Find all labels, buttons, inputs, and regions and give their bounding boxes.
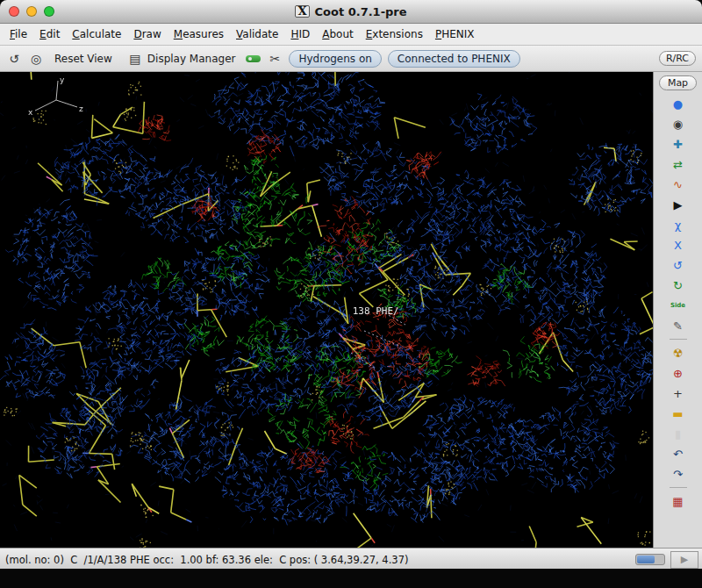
menu-file[interactable]: File (4, 25, 33, 43)
rrc-button[interactable]: R/RC (659, 51, 696, 66)
add-terminal-residue-icon: ⊕ (673, 368, 683, 379)
edit-chi-angles-icon[interactable]: χ (667, 215, 690, 234)
rotamers-icon[interactable]: ▶ (667, 195, 690, 214)
scissors-icon[interactable]: ✂ (267, 52, 283, 66)
regularize-icon: ◉ (673, 118, 683, 130)
menu-hid[interactable]: HID (284, 25, 316, 43)
phenix-status-button[interactable]: Connected to PHENIX (388, 50, 520, 68)
statusbar: (mol. no: 0) C /1/A/138 PHE occ: 1.00 bf… (0, 548, 702, 569)
flip-peptide-icon[interactable]: ↺ (667, 255, 690, 275)
titlebar[interactable]: X Coot 0.7.1-pre (0, 0, 702, 24)
horizontal-scrollbar[interactable] (635, 554, 665, 565)
rigid-body-fit-icon: ✚ (673, 139, 683, 150)
clear-pending-icon[interactable]: ▬ (667, 404, 690, 423)
scrollbar-thumb[interactable] (637, 556, 655, 563)
redo-icon: ↷ (673, 469, 683, 480)
add-alt-conf-icon: + (673, 388, 683, 399)
key-icon[interactable] (246, 55, 261, 62)
auto-fit-rotamer-icon[interactable]: ∿ (667, 175, 690, 194)
scene-image-icon: ▦ (672, 496, 683, 507)
delete-item-icon[interactable]: ▮ (667, 424, 690, 443)
graphics-viewport[interactable]: x y z 138 PHE/ (0, 72, 653, 548)
modelling-icons: ●◉✚⇄∿▶χX↺↻Side✎☢⊕+▬▮↶↷▦ (667, 94, 690, 511)
modelling-toolbar: Map ●◉✚⇄∿▶χX↺↻Side✎☢⊕+▬▮↶↷▦ (653, 72, 702, 548)
axis-x-label: x (28, 108, 33, 117)
edit-chi-angles-icon: χ (675, 219, 682, 231)
undo-icon[interactable]: ↶ (667, 444, 690, 463)
undo-icon: ↶ (673, 448, 683, 460)
axes-widget: x y z (26, 75, 88, 125)
run-refmac-icon: ☢ (673, 348, 684, 359)
real-space-refine-icon[interactable]: ● (667, 94, 690, 113)
statusbar-expander[interactable]: ▶ (670, 551, 698, 569)
rotate-translate-icon[interactable]: ⇄ (667, 154, 690, 174)
record-icon[interactable]: ◎ (28, 52, 44, 66)
menu-edit[interactable]: Edit (33, 25, 66, 43)
toolbar-separator (670, 487, 687, 488)
side-chain-180-icon: ↻ (673, 280, 683, 291)
menu-measures[interactable]: Measures (168, 25, 230, 43)
main-area: x y z 138 PHE/ Map ●◉✚⇄∿▶χX↺↻Side✎☢⊕+▬▮↶… (0, 72, 702, 548)
reset-view-button[interactable]: Reset View (50, 51, 117, 67)
menu-draw[interactable]: Draw (127, 25, 167, 43)
menu-phenix[interactable]: PHENIX (429, 25, 481, 43)
recenter-icon[interactable]: ↺ (6, 52, 22, 66)
title-area: X Coot 0.7.1-pre (0, 0, 702, 23)
window-controls (0, 6, 54, 17)
zoom-button[interactable] (44, 6, 54, 17)
atom-label: 138 PHE/ (353, 305, 399, 317)
hydrogens-toggle-button[interactable]: Hydrogens on (289, 50, 381, 68)
side-chain-label-icon[interactable]: Side (667, 296, 690, 315)
flip-peptide-icon: ↺ (673, 260, 683, 271)
minimize-button[interactable] (26, 6, 37, 17)
close-button[interactable] (9, 6, 19, 17)
coot-window: X Coot 0.7.1-pre FileEditCalculateDrawMe… (0, 0, 702, 569)
side-chain-180-icon[interactable]: ↻ (667, 276, 690, 295)
display-manager-icon: ▤ (127, 52, 143, 66)
menu-about[interactable]: About (316, 25, 360, 43)
axis-z-label: z (79, 104, 83, 113)
redo-icon[interactable]: ↷ (667, 464, 690, 484)
clear-pending-icon: ▬ (672, 408, 683, 419)
toolbar-separator (670, 339, 687, 340)
menu-validate[interactable]: Validate (230, 25, 284, 43)
rigid-body-fit-icon[interactable]: ✚ (667, 134, 690, 154)
torsion-general-icon[interactable]: X (667, 235, 690, 255)
menu-calculate[interactable]: Calculate (66, 25, 127, 43)
rotate-translate-icon: ⇄ (673, 159, 683, 170)
mutate-icon[interactable]: ✎ (667, 316, 690, 335)
menubar: FileEditCalculateDrawMeasuresValidateHID… (0, 24, 702, 46)
x11-icon: X (295, 5, 309, 18)
status-text: (mol. no: 0) C /1/A/138 PHE occ: 1.00 bf… (5, 554, 630, 566)
scene-image-icon[interactable]: ▦ (667, 491, 690, 511)
mutate-icon: ✎ (673, 320, 683, 332)
molecular-canvas[interactable] (0, 72, 653, 548)
add-terminal-residue-icon[interactable]: ⊕ (667, 363, 690, 383)
axis-y-label: y (60, 75, 65, 84)
display-manager-label: Display Manager (147, 53, 236, 65)
menu-extensions[interactable]: Extensions (360, 25, 429, 43)
side-chain-label-icon: Side (670, 303, 685, 309)
run-refmac-icon[interactable]: ☢ (667, 343, 690, 362)
add-alt-conf-icon[interactable]: + (667, 384, 690, 403)
map-button[interactable]: Map (659, 75, 697, 90)
delete-item-icon: ▮ (675, 428, 681, 440)
display-manager-button[interactable]: ▤ Display Manager (123, 50, 240, 68)
window-title: Coot 0.7.1-pre (315, 5, 407, 18)
real-space-refine-icon: ● (673, 98, 683, 110)
rotamers-icon: ▶ (674, 199, 683, 211)
torsion-general-icon: X (674, 240, 682, 251)
auto-fit-rotamer-icon: ∿ (673, 179, 683, 190)
main-toolbar: ↺ ◎ Reset View ▤ Display Manager ✂ Hydro… (0, 46, 702, 72)
regularize-icon[interactable]: ◉ (667, 114, 690, 133)
